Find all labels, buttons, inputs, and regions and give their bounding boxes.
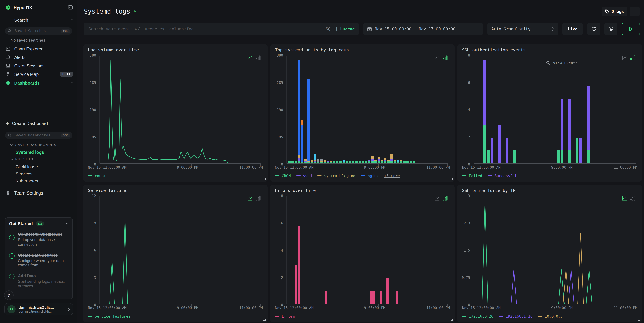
sidebar-item-alerts[interactable]: Alerts [0,55,78,60]
resize-handle[interactable] [264,178,266,180]
y-tick-label: 3 [468,194,470,198]
bar-chart-toggle-icon[interactable] [443,196,448,201]
sidebar-item-service-map[interactable]: Service Map BETA [0,72,78,77]
bar-chart-toggle-icon[interactable] [630,55,635,60]
resize-handle[interactable] [638,318,640,321]
chart-title: Errors over time [275,188,450,193]
resize-handle[interactable] [450,178,453,180]
bar-chart-toggle-icon[interactable] [443,55,448,60]
refresh-icon [591,27,596,32]
sidebar-preset-kubernetes[interactable]: Kubernetes [16,178,38,183]
sidebar-item-search[interactable]: Search [0,16,78,24]
refresh-button[interactable] [587,23,600,35]
y-tick-label: 8 [468,53,470,57]
create-dashboard-button[interactable]: + Create Dashboard [0,121,78,126]
legend-item[interactable]: nginx [361,174,379,178]
chart-explorer-icon [6,46,11,51]
tags-button[interactable]: 0 Tags [602,7,627,16]
y-tick-label: 285 [277,80,283,85]
line-chart-toggle-icon[interactable] [248,196,253,201]
collapse-sidebar-icon[interactable] [68,5,73,10]
resize-handle[interactable] [450,318,453,321]
granularity-select[interactable]: Auto Granularity [488,23,558,35]
legend-item[interactable]: Errors [275,314,295,318]
line-chart-toggle-icon[interactable] [622,55,627,60]
resize-handle[interactable] [638,178,640,180]
more-options-button[interactable] [630,7,640,16]
legend-item[interactable]: 172.16.0.20 [462,314,494,318]
legend-item[interactable]: sshd [296,174,312,178]
step-title: Add Data [18,273,36,278]
get-started-step-sources[interactable]: ✓ Create Data Sources Configure where yo… [9,252,68,268]
bar-chart-toggle-icon[interactable] [630,196,635,201]
edit-title-icon[interactable]: ✎ [134,9,137,14]
sidebar-item-label: Client Sessions [14,63,44,68]
date-range-picker[interactable]: Nov 15 00:00:00 - Nov 17 00:00:00 [363,23,483,35]
chart-title: Log volume over time [88,47,263,53]
filter-button[interactable] [604,23,617,35]
legend-item[interactable]: Service failures [88,314,130,318]
search-icon [8,29,12,33]
x-axis-label: 9:00:00 PM [551,165,572,169]
legend-item[interactable]: CRON [275,174,291,178]
chart-card-top-units: Top systemd units by log count 380285190… [270,44,454,182]
section-saved-dashboards[interactable]: SAVED DASHBOARDS [10,143,56,147]
sidebar-preset-services[interactable]: Services [16,171,32,176]
y-tick-label: 4 [468,108,470,112]
saved-dashboards-input[interactable] [14,133,54,138]
sidebar-preset-clickhouse[interactable]: ClickHouse [16,164,38,169]
sidebar-dashboard-systemd-logs[interactable]: Systemd logs [16,150,44,155]
sidebar-item-client-sessions[interactable]: Client Sessions [0,63,78,68]
line-chart-toggle-icon[interactable] [435,196,440,201]
section-presets[interactable]: PRESETS [10,157,33,161]
legend-item[interactable]: Successful [488,174,517,178]
sidebar: HyperDX Search ⌘K No saved searches [0,0,78,323]
y-tick-label: 4 [281,248,283,252]
saved-dashboards-search[interactable]: ⌘K [5,132,72,139]
x-axis-label: 11:00:00 PM [239,306,263,310]
saved-searches-search[interactable]: ⌘K [5,28,72,35]
bar-chart-toggle-icon[interactable] [256,196,261,201]
legend-item[interactable]: Failed [462,174,482,178]
x-axis-label: Nov 15 12:00:00 AM [275,306,314,310]
legend-item[interactable]: count [88,174,106,178]
app-title: HyperDX [14,5,32,10]
run-query-button[interactable] [622,23,640,35]
bar-chart-toggle-icon[interactable] [256,55,261,60]
x-axis-label: 9:00:00 PM [364,165,385,169]
select-chevrons-icon [551,27,554,31]
legend-item[interactable]: 10.0.0.5 [538,314,563,318]
get-started-step-connect[interactable]: ✓ Connect to ClickHouse Set up your data… [9,231,68,247]
legend-swatch [88,316,92,317]
get-started-panel: Get Started 3/3 ✓ Connect to ClickHouse … [5,217,73,299]
line-chart-toggle-icon[interactable] [435,55,440,60]
chart-legend: Errors [275,312,450,320]
resize-handle[interactable] [264,318,266,321]
help-button[interactable]: ? [4,290,14,300]
legend-item[interactable]: 192.168.1.10 [499,314,532,318]
sidebar-item-label: Alerts [14,55,25,60]
plus-icon: + [6,121,9,126]
step-desc: Configure where your data comes from [18,258,68,268]
lucene-toggle[interactable]: Lucene [340,27,355,31]
legend-item[interactable]: systemd-logind [317,174,355,178]
legend-more-link[interactable]: +3 more [384,174,400,178]
saved-searches-input[interactable] [14,29,54,34]
chevron-up-icon[interactable] [65,223,68,225]
x-axis-label: Nov 15 12:00:00 AM [462,165,500,169]
sidebar-item-dashboards[interactable]: Dashboards [0,80,78,86]
sidebar-item-chart-explorer[interactable]: Chart Explorer [0,46,78,52]
live-button[interactable]: Live [562,23,583,35]
check-circle-icon: ✓ [9,235,14,240]
get-started-step-add-data[interactable]: ✓ Add Data Start sending logs, metrics, … [9,272,68,289]
divider [0,24,78,24]
line-chart-toggle-icon[interactable] [248,55,253,60]
search-icon [546,61,550,65]
user-menu[interactable]: D dominic.tran@clic... dominic.tran@clic… [4,303,73,315]
line-chart-toggle-icon[interactable] [622,196,627,201]
event-search-input[interactable] [88,26,322,32]
sidebar-item-team-settings[interactable]: Team Settings [0,190,78,196]
page-title-row: Systemd logs ✎ [84,8,136,15]
sql-toggle[interactable]: SQL [326,27,333,31]
view-events-button[interactable]: View Events [546,61,578,65]
